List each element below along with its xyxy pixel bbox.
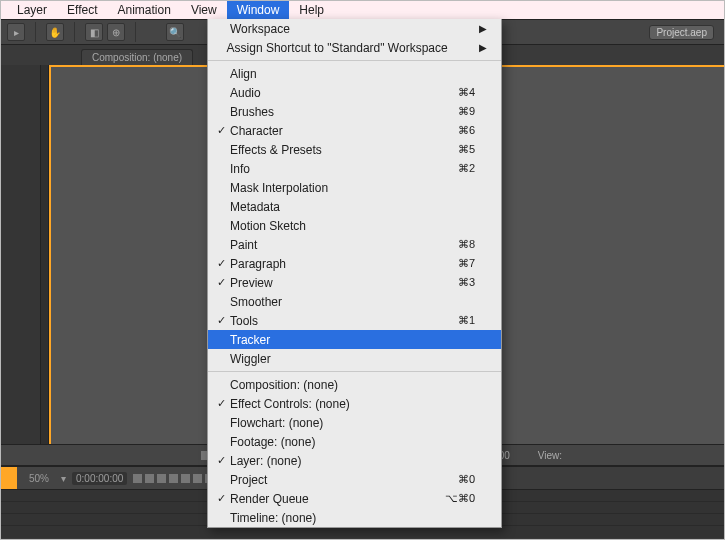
- menu-item-label: Paragraph: [228, 257, 435, 271]
- menu-item-shortcut: ⌘9: [435, 105, 475, 118]
- menu-item-label: Motion Sketch: [228, 219, 435, 233]
- menu-item-label: Render Queue: [228, 492, 435, 506]
- checkmark-icon: ✓: [214, 124, 228, 137]
- menu-item-preview[interactable]: ✓Preview⌘3: [208, 273, 501, 292]
- submenu-arrow-icon: ▶: [475, 23, 487, 34]
- menu-item-shortcut: ⌘1: [435, 314, 475, 327]
- menu-item-shortcut: ⌘8: [435, 238, 475, 251]
- left-rail: [1, 65, 49, 444]
- menu-item-label: Effects & Presets: [228, 143, 435, 157]
- menu-item-label: Project: [228, 473, 435, 487]
- menu-item-shortcut: ⌘2: [435, 162, 475, 175]
- checkmark-icon: ✓: [214, 314, 228, 327]
- menu-item-info[interactable]: Info⌘2: [208, 159, 501, 178]
- menu-item-shortcut: ⌘5: [435, 143, 475, 156]
- menu-item-label: Info: [228, 162, 435, 176]
- menu-item-shortcut: ⌘4: [435, 86, 475, 99]
- menu-item-effects-presets[interactable]: Effects & Presets⌘5: [208, 140, 501, 159]
- menu-item-label: Smoother: [228, 295, 435, 309]
- checkmark-icon: ✓: [214, 397, 228, 410]
- menu-item-align[interactable]: Align: [208, 64, 501, 83]
- hand-tool-icon[interactable]: ✋: [46, 23, 64, 41]
- menu-layer[interactable]: Layer: [7, 1, 57, 19]
- tl-icon[interactable]: [157, 474, 166, 483]
- submenu-arrow-icon: ▶: [478, 42, 487, 53]
- menu-item-motion-sketch[interactable]: Motion Sketch: [208, 216, 501, 235]
- menu-item-workspace[interactable]: Workspace▶: [208, 19, 501, 38]
- menu-item-smoother[interactable]: Smoother: [208, 292, 501, 311]
- menu-item-label: Footage: (none): [228, 435, 435, 449]
- menu-item-label: Paint: [228, 238, 435, 252]
- menu-item-shortcut: ⌥⌘0: [435, 492, 475, 505]
- menu-item-audio[interactable]: Audio⌘4: [208, 83, 501, 102]
- view-label: View:: [538, 450, 562, 461]
- checkmark-icon: ✓: [214, 257, 228, 270]
- checkmark-icon: ✓: [214, 454, 228, 467]
- tl-icon[interactable]: [133, 474, 142, 483]
- menu-item-shortcut: ⌘0: [435, 473, 475, 486]
- menu-item-label: Tracker: [228, 333, 435, 347]
- menu-item-label: Timeline: (none): [228, 511, 435, 525]
- menu-item-footage-none[interactable]: Footage: (none): [208, 432, 501, 451]
- menu-item-shortcut: ⌘7: [435, 257, 475, 270]
- menu-item-flowchart-none[interactable]: Flowchart: (none): [208, 413, 501, 432]
- menu-item-label: Mask Interpolation: [228, 181, 435, 195]
- menu-item-label: Tools: [228, 314, 435, 328]
- menu-window[interactable]: Window: [227, 1, 290, 19]
- menu-item-wiggler[interactable]: Wiggler: [208, 349, 501, 368]
- menu-item-label: Flowchart: (none): [228, 416, 435, 430]
- timeline-timecode[interactable]: 0:00:00:00: [72, 472, 127, 485]
- menu-item-label: Composition: (none): [228, 378, 435, 392]
- menu-item-character[interactable]: ✓Character⌘6: [208, 121, 501, 140]
- checkmark-icon: ✓: [214, 492, 228, 505]
- menu-item-label: Brushes: [228, 105, 435, 119]
- menu-item-label: Workspace: [228, 22, 435, 36]
- menu-item-label: Metadata: [228, 200, 435, 214]
- menu-item-label: Character: [228, 124, 435, 138]
- menu-item-project[interactable]: Project⌘0: [208, 470, 501, 489]
- checkmark-icon: ✓: [214, 276, 228, 289]
- menu-item-paint[interactable]: Paint⌘8: [208, 235, 501, 254]
- anchor-tool-icon[interactable]: ⊕: [107, 23, 125, 41]
- menu-item-layer-none[interactable]: ✓Layer: (none): [208, 451, 501, 470]
- tl-icon[interactable]: [181, 474, 190, 483]
- menu-item-metadata[interactable]: Metadata: [208, 197, 501, 216]
- menu-item-brushes[interactable]: Brushes⌘9: [208, 102, 501, 121]
- menu-animation[interactable]: Animation: [108, 1, 181, 19]
- menu-item-label: Assign Shortcut to "Standard" Workspace: [225, 41, 448, 55]
- timeline-active-indicator: [1, 467, 17, 489]
- menu-item-label: Audio: [228, 86, 435, 100]
- menu-item-shortcut: ⌘6: [435, 124, 475, 137]
- project-path-label: Project.aep: [649, 25, 714, 40]
- tl-icon[interactable]: [145, 474, 154, 483]
- search-tool-icon[interactable]: 🔍: [166, 23, 184, 41]
- menu-item-tools[interactable]: ✓Tools⌘1: [208, 311, 501, 330]
- menu-item-render-queue[interactable]: ✓Render Queue⌥⌘0: [208, 489, 501, 508]
- menu-help[interactable]: Help: [289, 1, 334, 19]
- menu-item-effect-controls-none[interactable]: ✓Effect Controls: (none): [208, 394, 501, 413]
- menu-item-mask-interpolation[interactable]: Mask Interpolation: [208, 178, 501, 197]
- menu-item-label: Preview: [228, 276, 435, 290]
- menu-item-tracker[interactable]: Tracker: [208, 330, 501, 349]
- menu-item-paragraph[interactable]: ✓Paragraph⌘7: [208, 254, 501, 273]
- menu-effect[interactable]: Effect: [57, 1, 107, 19]
- menu-item-label: Align: [228, 67, 435, 81]
- tl-icon[interactable]: [193, 474, 202, 483]
- menu-item-shortcut: ⌘3: [435, 276, 475, 289]
- menubar: Layer Effect Animation View Window Help: [1, 1, 724, 19]
- menu-view[interactable]: View: [181, 1, 227, 19]
- menu-item-assign-shortcut-to-standard-workspace[interactable]: Assign Shortcut to "Standard" Workspace▶: [208, 38, 501, 57]
- timeline-zoom[interactable]: 50%: [23, 473, 55, 484]
- cursor-tool-icon[interactable]: ▸: [7, 23, 25, 41]
- menu-item-composition-none[interactable]: Composition: (none): [208, 375, 501, 394]
- tl-icon[interactable]: [169, 474, 178, 483]
- shape-tool-icon[interactable]: ◧: [85, 23, 103, 41]
- composition-tab[interactable]: Composition: (none): [81, 49, 193, 65]
- window-menu-dropdown: Workspace▶Assign Shortcut to "Standard" …: [207, 19, 502, 528]
- menu-item-label: Wiggler: [228, 352, 435, 366]
- menu-item-label: Effect Controls: (none): [228, 397, 435, 411]
- menu-item-timeline-none[interactable]: Timeline: (none): [208, 508, 501, 527]
- menu-item-label: Layer: (none): [228, 454, 435, 468]
